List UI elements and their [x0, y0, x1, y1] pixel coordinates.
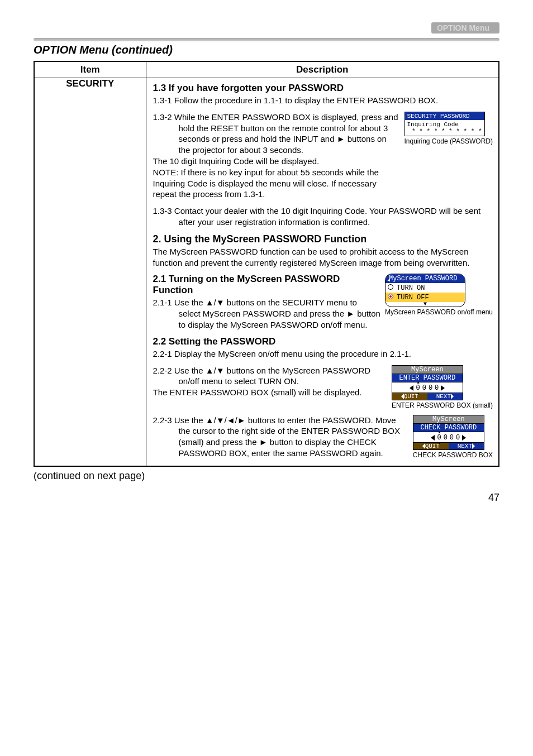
option-table: Item Description SECURITY 1.3 If you hav… — [34, 61, 499, 467]
inquiring-code-panel: SECURITY PASSWORD Inquiring Code * * * *… — [404, 112, 485, 136]
inquiring-label: Inquiring Code — [407, 121, 482, 128]
enter-pw-digits: 0000 — [392, 382, 463, 393]
check-pw-digits: 0000 — [413, 432, 484, 443]
enter-pw-title1: MyScreen — [392, 365, 463, 374]
myscreen-menu-panel: ◂MyScreen PASSWORD TURN ON TURN OFF ▼ — [385, 274, 465, 307]
text-1-3-3: 1.3-3 Contact your dealer with the 10 di… — [153, 205, 493, 228]
next-button: NEXT — [427, 393, 463, 400]
text-1-3-2a: 1.3-2 While the ENTER PASSWORD BOX is di… — [153, 112, 400, 156]
description-cell: 1.3 If you have forgotten your PASSWORD … — [146, 78, 499, 466]
check-pw-caption: CHECK PASSWORD BOX — [413, 451, 493, 459]
check-pw-title1: MyScreen — [413, 415, 484, 424]
text-1-3-2b: The 10 digit Inquiring Code will be disp… — [153, 156, 400, 167]
check-pw-title2: CHECK PASSWORD — [413, 424, 484, 432]
option-turn-on: TURN ON — [386, 283, 465, 293]
col-header-item: Item — [34, 61, 146, 78]
text-2-2-1: 2.2-1 Display the MyScreen on/off menu u… — [153, 348, 493, 360]
myscreen-menu-title: ◂MyScreen PASSWORD — [386, 274, 465, 283]
next-button-2: NEXT — [449, 443, 484, 449]
page-number: 47 — [34, 492, 499, 504]
header-menu-label: OPTION Menu — [431, 22, 499, 34]
text-2-intro: The MyScreen PASSWORD function can be us… — [153, 246, 493, 269]
text-1-3-1: 1.3-1 Follow the procedure in 1.1-1 to d… — [153, 95, 493, 106]
item-security: SECURITY — [34, 78, 146, 466]
heading-1-3: 1.3 If you have forgotten your PASSWORD — [153, 83, 493, 94]
text-2-1-1: 2.1-1 Use the ▲/▼ buttons on the SECURIT… — [153, 297, 381, 330]
col-header-description: Description — [146, 61, 499, 78]
option-turn-off: TURN OFF — [386, 293, 465, 302]
header-divider — [34, 38, 499, 41]
text-1-3-2c: NOTE: If there is no key input for about… — [153, 167, 400, 200]
text-2-2-2b: The ENTER PASSWORD BOX (small) will be d… — [153, 387, 387, 398]
enter-pw-title2: ENTER PASSWORD — [392, 374, 463, 382]
inquiring-panel-header: SECURITY PASSWORD — [405, 112, 484, 120]
heading-2: 2. Using the MyScreen PASSWORD Function — [153, 233, 493, 245]
text-2-2-3: 2.2-3 Use the ▲/▼/◄/► buttons to enter t… — [153, 415, 408, 459]
heading-2-2: 2.2 Setting the PASSWORD — [153, 336, 493, 347]
heading-2-1: 2.1 Turning on the MyScreen PASSWORD Fun… — [153, 274, 381, 296]
check-password-panel: MyScreen CHECK PASSWORD 0000 QUIT NEXT — [413, 415, 484, 450]
text-2-2-2a: 2.2-2 Use the ▲/▼ buttons on the MyScree… — [153, 365, 387, 387]
quit-button-2: QUIT — [413, 443, 449, 449]
myscreen-menu-caption: MyScreen PASSWORD on/off menu — [385, 308, 493, 316]
enter-pw-caption: ENTER PASSWORD BOX (small) — [392, 401, 493, 409]
section-title: OPTION Menu (continued) — [34, 44, 499, 56]
menu-arrow-icon: ▼ — [386, 302, 465, 307]
continued-note: (continued on next page) — [34, 470, 499, 482]
inquiring-stars: * * * * * * * * * * — [407, 128, 482, 135]
enter-password-panel: MyScreen ENTER PASSWORD 0000 QUIT NEXT — [392, 365, 463, 400]
quit-button: QUIT — [392, 393, 427, 400]
inquiring-caption: Inquiring Code (PASSWORD) — [404, 137, 493, 145]
